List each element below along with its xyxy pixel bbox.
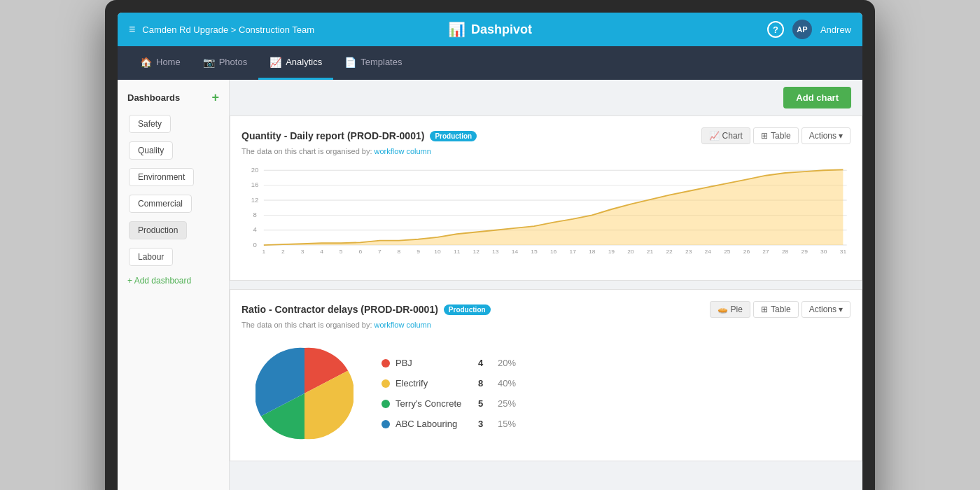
pie-chart-svg — [255, 344, 354, 442]
svg-text:12: 12 — [251, 197, 259, 203]
sidebar-item-production[interactable]: Production — [129, 221, 187, 239]
chart-title-row-2: Ratio - Contractor delays (PROD-DR-0001)… — [241, 304, 491, 315]
legend-count-electrify: 8 — [478, 378, 492, 388]
chart-card-1: Quantity - Daily report (PROD-DR-0001) P… — [230, 115, 862, 281]
chart-icon: 📈 — [709, 131, 720, 141]
content-area: Add chart Quantity - Daily report (PROD-… — [230, 80, 862, 490]
chart-2-badge: Production — [444, 304, 491, 315]
chart-1-subtitle: The data on this chart is organised by: … — [241, 147, 850, 155]
svg-text:11: 11 — [454, 249, 461, 255]
main-layout: Dashboards + Safety Quality Environment … — [118, 80, 862, 490]
table-icon-2: ⊞ — [761, 304, 768, 314]
chart-2-table-button[interactable]: ⊞ Table — [753, 301, 799, 318]
nav-item-templates[interactable]: 📄 Templates — [333, 46, 413, 80]
sidebar-item-environment[interactable]: Environment — [129, 168, 194, 186]
nav-item-photos[interactable]: 📷 Photos — [192, 46, 258, 80]
svg-text:15: 15 — [531, 249, 538, 255]
legend-dot-abc — [382, 420, 390, 428]
svg-text:1: 1 — [262, 249, 265, 255]
svg-text:13: 13 — [492, 249, 499, 255]
svg-text:30: 30 — [820, 249, 827, 255]
top-bar-center: 📊 Dashpivot — [448, 21, 532, 38]
brand-name: Dashpivot — [471, 22, 532, 37]
chart-2-subtitle-link[interactable]: workflow column — [374, 321, 431, 329]
table-icon-1: ⊞ — [761, 131, 768, 141]
svg-text:19: 19 — [608, 249, 615, 255]
content-header: Add chart — [230, 80, 862, 115]
legend-name-pbj: PBJ — [396, 358, 472, 368]
legend-dot-terrys — [382, 400, 390, 408]
svg-text:9: 9 — [416, 249, 420, 255]
chart-1-actions-button[interactable]: Actions ▾ — [802, 127, 850, 144]
svg-text:22: 22 — [666, 249, 673, 255]
svg-text:20: 20 — [627, 249, 634, 255]
breadcrumb: Camden Rd Upgrade > Construction Team — [142, 24, 314, 35]
svg-text:14: 14 — [512, 249, 519, 255]
sidebar-item-labour[interactable]: Labour — [129, 248, 173, 266]
analytics-icon: 📈 — [270, 57, 281, 68]
home-icon: 🏠 — [140, 57, 152, 68]
chart-2-title: Ratio - Contractor delays (PROD-DR-0001) — [241, 304, 438, 315]
svg-text:21: 21 — [647, 249, 654, 255]
help-button[interactable]: ? — [767, 21, 784, 38]
legend-item-pbj: PBJ 4 20% — [382, 358, 516, 368]
nav-item-home[interactable]: 🏠 Home — [129, 46, 192, 80]
sidebar-item-safety[interactable]: Safety — [129, 115, 171, 133]
svg-text:16: 16 — [251, 182, 259, 188]
sidebar-item-quality[interactable]: Quality — [129, 141, 173, 160]
svg-text:10: 10 — [434, 249, 441, 255]
legend-pct-pbj: 20% — [498, 358, 516, 368]
svg-text:27: 27 — [762, 249, 769, 255]
svg-text:29: 29 — [801, 249, 808, 255]
sidebar-item-commercial[interactable]: Commercial — [129, 195, 192, 213]
sidebar-add-button[interactable]: + — [211, 91, 219, 104]
legend-name-terrys: Terry's Concrete — [396, 398, 472, 409]
legend-count-abc: 3 — [478, 419, 492, 429]
svg-text:16: 16 — [550, 249, 557, 255]
templates-icon: 📄 — [344, 57, 356, 68]
legend-item-terrys: Terry's Concrete 5 25% — [382, 398, 516, 409]
svg-text:25: 25 — [724, 249, 731, 255]
pie-legend: PBJ 4 20% Electrify 8 40% — [382, 358, 516, 429]
svg-text:4: 4 — [320, 249, 323, 255]
svg-text:7: 7 — [378, 249, 382, 255]
legend-pct-terrys: 25% — [498, 398, 516, 409]
svg-text:4: 4 — [253, 227, 256, 233]
hamburger-icon[interactable]: ≡ — [129, 23, 135, 36]
legend-pct-electrify: 40% — [498, 378, 516, 388]
brand-icon: 📊 — [448, 21, 465, 38]
svg-text:23: 23 — [685, 249, 692, 255]
chart-1-controls: 📈 Chart ⊞ Table Actions ▾ — [701, 127, 850, 144]
line-chart-svg: 0 4 8 12 16 20 — [241, 164, 850, 255]
chart-1-table-label: Table — [771, 131, 791, 141]
chart-2-pie-button[interactable]: 🥧 Pie — [710, 301, 750, 318]
add-chart-button[interactable]: Add chart — [783, 87, 851, 108]
legend-dot-electrify — [382, 379, 390, 388]
chart-1-subtitle-link[interactable]: workflow column — [374, 147, 431, 155]
legend-name-electrify: Electrify — [396, 378, 472, 388]
chart-2-pie-label: Pie — [731, 304, 743, 314]
chevron-down-icon-2: ▾ — [839, 304, 843, 314]
nav-label-home: Home — [156, 57, 181, 67]
sidebar-title: Dashboards — [127, 92, 180, 103]
add-dashboard-button[interactable]: + Add dashboard — [118, 270, 229, 291]
nav-item-analytics[interactable]: 📈 Analytics — [258, 46, 333, 80]
nav-bar: 🏠 Home 📷 Photos 📈 Analytics 📄 Templates — [118, 46, 862, 80]
svg-text:12: 12 — [473, 249, 480, 255]
chart-1-chart-button[interactable]: 📈 Chart — [701, 127, 750, 144]
svg-text:31: 31 — [840, 249, 847, 255]
svg-text:8: 8 — [253, 212, 256, 218]
chart-2-actions-button[interactable]: Actions ▾ — [802, 301, 850, 318]
chart-1-actions-label: Actions — [809, 131, 836, 141]
pie-chart-container — [255, 344, 354, 442]
chart-2-table-label: Table — [771, 304, 791, 314]
chart-card-2: Ratio - Contractor delays (PROD-DR-0001)… — [230, 289, 862, 461]
chart-title-row-1: Quantity - Daily report (PROD-DR-0001) P… — [241, 130, 477, 141]
line-chart-container: 0 4 8 12 16 20 — [241, 164, 850, 269]
svg-text:20: 20 — [251, 167, 259, 174]
svg-text:8: 8 — [398, 249, 401, 255]
avatar: AP — [792, 20, 812, 39]
chart-1-table-button[interactable]: ⊞ Table — [753, 127, 799, 144]
chart-2-controls: 🥧 Pie ⊞ Table Actions ▾ — [710, 301, 850, 318]
legend-name-abc: ABC Labouring — [396, 419, 472, 429]
